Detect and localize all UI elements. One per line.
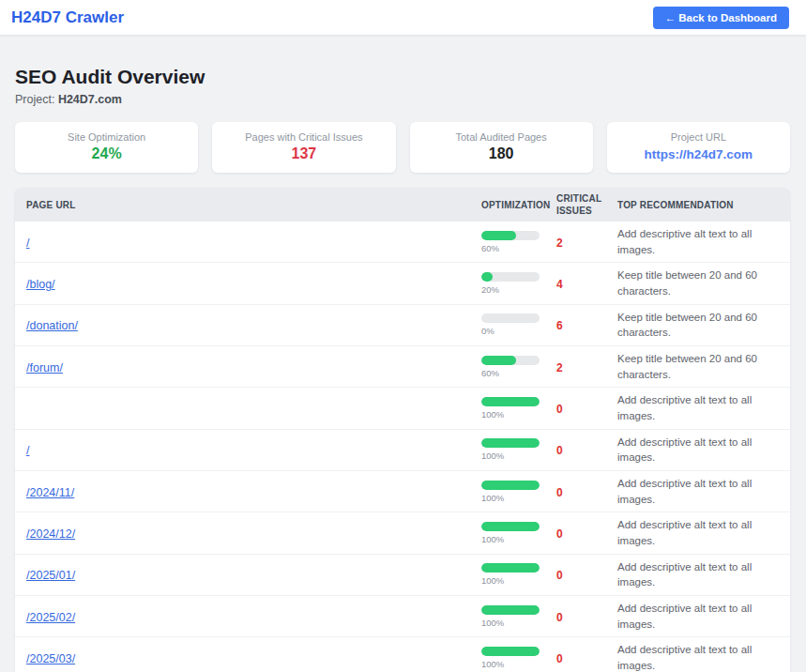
- critical-issues-count: 4: [556, 278, 563, 291]
- optimization-progress-fill: [481, 397, 540, 406]
- recommendation-text: Keep title between 20 and 60 characters.: [617, 351, 790, 382]
- critical-issues-count: 0: [556, 569, 563, 582]
- critical-issues-count: 6: [556, 319, 563, 332]
- optimization-progress-bar: [481, 397, 540, 406]
- optimization-progress-fill: [481, 605, 540, 615]
- optimization-progress-bar: [481, 438, 540, 448]
- critical-issues-count: 0: [556, 527, 563, 541]
- optimization-progress-bar: [481, 313, 540, 323]
- critical-issues-count: 0: [556, 403, 563, 416]
- stat-label: Site Optimization: [23, 131, 190, 143]
- recommendation-text: Add descriptive alt text to all images.: [617, 642, 790, 672]
- stat-label: Pages with Critical Issues: [220, 131, 388, 143]
- page-title: SEO Audit Overview: [15, 66, 790, 88]
- column-header-top-recommendation: TOP RECOMMENDATION: [617, 188, 790, 221]
- recommendation-text: Keep title between 20 and 60 characters.: [617, 267, 790, 298]
- optimization-progress-fill: [481, 647, 540, 656]
- critical-issues-count: 2: [556, 237, 563, 250]
- stat-label: Project URL: [615, 131, 783, 143]
- table-row: /blog/ 20% 4 Keep title between 20 and 6…: [15, 263, 790, 304]
- optimization-percent-label: 100%: [481, 575, 556, 586]
- stat-label: Total Audited Pages: [418, 131, 585, 143]
- optimization-percent-label: 100%: [481, 659, 556, 669]
- optimization-progress-bar: [481, 647, 540, 656]
- optimization-progress-fill: [481, 481, 540, 490]
- optimization-progress-bar: [481, 272, 540, 282]
- optimization-progress-bar: [481, 605, 540, 615]
- optimization-progress-bar: [481, 481, 540, 490]
- back-to-dashboard-button[interactable]: ← Back to Dashboard: [653, 7, 790, 29]
- table-row: /2025/03/ 100% 0 Add descriptive alt tex…: [15, 637, 790, 672]
- stat-card-site-optimization: Site Optimization 24%: [15, 122, 198, 173]
- stat-card-critical-issues: Pages with Critical Issues 137: [212, 122, 395, 173]
- optimization-progress-fill: [481, 438, 540, 448]
- recommendation-text: Add descriptive alt text to all images.: [617, 476, 790, 507]
- optimization-progress-fill: [481, 356, 516, 365]
- project-subtitle: Project: H24D7.com: [15, 93, 790, 106]
- main-content: SEO Audit Overview Project: H24D7.com Si…: [0, 36, 806, 672]
- critical-issues-count: 0: [556, 611, 563, 624]
- project-label: Project:: [15, 93, 54, 106]
- table-row: /2025/01/ 100% 0 Add descriptive alt tex…: [15, 554, 790, 595]
- project-url-link[interactable]: https://h24d7.com: [645, 147, 753, 161]
- table-row: 100% 0 Add descriptive alt text to all i…: [15, 388, 790, 429]
- page-url-link[interactable]: /blog/: [26, 278, 55, 291]
- app-title[interactable]: H24D7 Crawler: [11, 8, 124, 27]
- page-url-link[interactable]: /donation/: [26, 319, 78, 332]
- audit-results-table: PAGE URL OPTIMIZATION CRITICAL ISSUES TO…: [15, 188, 790, 672]
- optimization-percent-label: 0%: [481, 326, 556, 336]
- recommendation-text: Add descriptive alt text to all images.: [617, 392, 790, 423]
- stat-card-project-url: Project URL https://h24d7.com: [607, 122, 790, 173]
- table-row: /donation/ 0% 6 Keep title between 20 an…: [15, 304, 790, 345]
- optimization-progress-bar: [481, 522, 540, 531]
- critical-issues-count: 0: [556, 444, 563, 457]
- optimization-percent-label: 100%: [481, 618, 556, 628]
- table-row: /2025/02/ 100% 0 Add descriptive alt tex…: [15, 596, 790, 637]
- recommendation-text: Add descriptive alt text to all images.: [617, 559, 790, 590]
- page-url-link[interactable]: /2024/12/: [26, 527, 75, 541]
- stat-value-site-optimization: 24%: [23, 145, 190, 162]
- table-row: /forum/ 60% 2 Keep title between 20 and …: [15, 346, 790, 388]
- optimization-progress-fill: [481, 272, 493, 282]
- stat-value-critical-issues: 137: [220, 145, 388, 162]
- optimization-percent-label: 100%: [481, 493, 556, 503]
- critical-issues-count: 0: [556, 486, 563, 499]
- column-header-optimization: OPTIMIZATION: [481, 188, 556, 221]
- table-row: /2024/12/ 100% 0 Add descriptive alt tex…: [15, 512, 790, 554]
- optimization-progress-fill: [481, 231, 516, 240]
- optimization-progress-fill: [481, 522, 540, 531]
- column-header-critical-issues: CRITICAL ISSUES: [556, 188, 617, 221]
- page-url-link[interactable]: /2025/03/: [26, 652, 75, 665]
- page-url-link[interactable]: /: [26, 237, 29, 250]
- optimization-percent-label: 100%: [481, 534, 556, 544]
- stat-cards: Site Optimization 24% Pages with Critica…: [15, 122, 790, 173]
- top-bar: H24D7 Crawler ← Back to Dashboard: [0, 0, 806, 36]
- critical-issues-count: 0: [556, 652, 563, 665]
- table-row: / 60% 2 Add descriptive alt text to all …: [15, 221, 790, 263]
- page-url-link[interactable]: /2025/01/: [26, 569, 75, 582]
- project-name: H24D7.com: [58, 93, 122, 106]
- optimization-progress-bar: [481, 356, 540, 365]
- recommendation-text: Keep title between 20 and 60 characters.: [617, 310, 790, 341]
- stat-value-total-pages: 180: [418, 145, 585, 162]
- optimization-percent-label: 60%: [481, 243, 556, 253]
- table-row: / 100% 0 Add descriptive alt text to all…: [15, 429, 790, 470]
- optimization-progress-bar: [481, 563, 540, 573]
- page-url-link[interactable]: /: [26, 444, 29, 457]
- optimization-percent-label: 20%: [481, 284, 556, 295]
- optimization-percent-label: 60%: [481, 368, 556, 378]
- critical-issues-count: 2: [556, 361, 563, 374]
- optimization-percent-label: 100%: [481, 409, 556, 420]
- optimization-percent-label: 100%: [481, 451, 556, 461]
- recommendation-text: Add descriptive alt text to all images.: [617, 435, 790, 466]
- stat-card-total-pages: Total Audited Pages 180: [410, 122, 593, 173]
- recommendation-text: Add descriptive alt text to all images.: [617, 601, 790, 632]
- optimization-progress-bar: [481, 231, 540, 240]
- column-header-page-url: PAGE URL: [15, 188, 481, 221]
- table-row: /2024/11/ 100% 0 Add descriptive alt tex…: [15, 471, 790, 512]
- recommendation-text: Add descriptive alt text to all images.: [617, 517, 790, 548]
- page-url-link[interactable]: /2024/11/: [26, 486, 74, 499]
- page-url-link[interactable]: /2025/02/: [26, 611, 75, 624]
- page-url-link[interactable]: /forum/: [26, 361, 63, 374]
- recommendation-text: Add descriptive alt text to all images.: [617, 226, 790, 257]
